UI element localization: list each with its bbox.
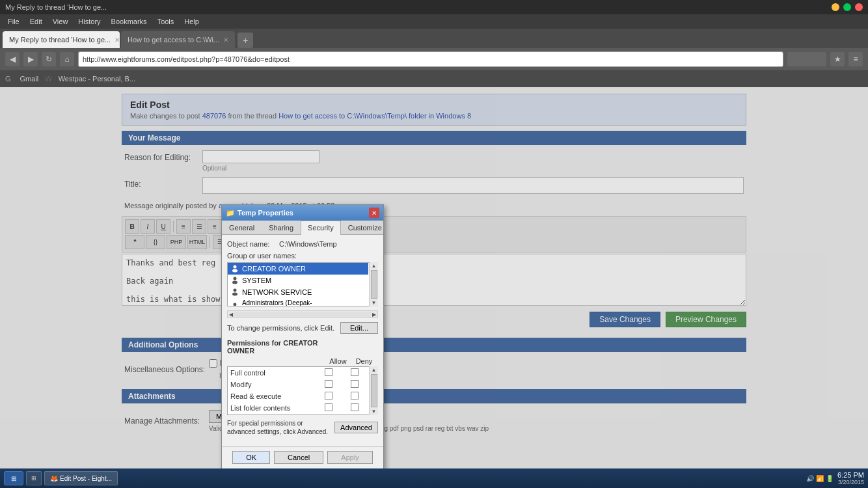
- url-text: http://www.eightforums.com/editpost.php?…: [83, 55, 290, 63]
- dialog-tab-sharing[interactable]: Sharing: [262, 221, 301, 234]
- perm-read-execute: Read & execute: [228, 390, 368, 402]
- scroll-down-btn[interactable]: ▼: [371, 299, 377, 306]
- westpac-bookmark[interactable]: Westpac - Personal, B...: [55, 74, 139, 84]
- permissions-header: Permissions for CREATOR OWNER: [227, 339, 378, 355]
- perm-rexec-deny-cb[interactable]: [351, 392, 359, 400]
- menu-tools[interactable]: Tools: [152, 16, 180, 27]
- perms-scroll-down[interactable]: ▼: [371, 408, 377, 415]
- object-name-row: Object name: C:\Windows\Temp: [227, 240, 378, 248]
- object-name-value: C:\Windows\Temp: [279, 240, 337, 248]
- user-system-label: SYSTEM: [242, 277, 271, 284]
- ok-button[interactable]: OK: [232, 451, 270, 464]
- bookmark-star[interactable]: ★: [830, 52, 845, 66]
- tab-2-close[interactable]: ✕: [223, 36, 228, 44]
- page-content: Edit Post Make changes to post 487076 fr…: [0, 87, 868, 468]
- menu-bookmarks[interactable]: Bookmarks: [106, 16, 152, 27]
- new-tab-button[interactable]: +: [237, 33, 253, 48]
- users-scrollbar[interactable]: ▲ ▼: [369, 262, 378, 306]
- dialog-tab-security[interactable]: Security: [301, 221, 341, 235]
- show-desktop-button[interactable]: ⊞: [26, 471, 42, 485]
- menu-bar: File Edit View History Bookmarks Tools H…: [0, 14, 868, 29]
- svg-point-5: [232, 293, 237, 296]
- users-hscrollbar[interactable]: ◀ ▶: [227, 310, 378, 318]
- hscroll-right-btn[interactable]: ▶: [371, 311, 377, 318]
- hscroll-track: [234, 312, 371, 317]
- westpac-icon: W: [45, 75, 51, 83]
- perms-scroll-thumb[interactable]: [371, 374, 377, 407]
- search-button[interactable]: [787, 52, 826, 66]
- perm-listfolder-deny-cb[interactable]: [351, 403, 359, 411]
- url-bar[interactable]: http://www.eightforums.com/editpost.php?…: [78, 51, 783, 67]
- user-icon-system: [230, 276, 239, 285]
- menu-file[interactable]: File: [3, 16, 25, 27]
- user-icon-admin: [230, 302, 239, 306]
- perm-rexec-allow-cb[interactable]: [325, 392, 332, 400]
- perm-full-deny-cb[interactable]: [351, 368, 359, 376]
- perm-modify-deny-cb[interactable]: [351, 380, 359, 388]
- close-button[interactable]: [855, 3, 863, 11]
- minimize-button[interactable]: [832, 3, 839, 11]
- menu-view[interactable]: View: [47, 16, 74, 27]
- dialog-tab-general[interactable]: General: [222, 221, 262, 234]
- taskbar-firefox-label: Edit Post - Eight...: [60, 475, 112, 482]
- perms-scroll-up[interactable]: ▲: [371, 366, 377, 373]
- object-name-label: Object name:: [227, 240, 279, 248]
- menu-history[interactable]: History: [73, 16, 105, 27]
- group-label: Group or user names:: [227, 252, 378, 260]
- svg-point-4: [234, 289, 237, 292]
- perm-modify: Modify: [228, 379, 368, 390]
- gmail-bookmark[interactable]: Gmail: [16, 74, 43, 84]
- dialog-tab-customize[interactable]: Customize: [341, 221, 389, 234]
- tab-2[interactable]: How to get access to C:\Wi... ✕: [121, 31, 235, 48]
- perm-table-header: Allow Deny: [227, 357, 378, 365]
- edit-change-text: To change permissions, click Edit.: [227, 324, 334, 332]
- menu-button[interactable]: ≡: [848, 52, 863, 66]
- tab-active-close[interactable]: ✕: [115, 36, 120, 44]
- perm-full-allow-cb[interactable]: [325, 368, 332, 376]
- taskbar-item-firefox[interactable]: 🦊 Edit Post - Eight...: [44, 471, 118, 485]
- apply-button[interactable]: Apply: [327, 451, 373, 464]
- browser-chrome: My Reply to thread 'How to ge... File Ed…: [0, 0, 868, 87]
- dialog-title-area: 📁 Temp Properties: [226, 209, 293, 217]
- cancel-button[interactable]: Cancel: [274, 451, 323, 464]
- perm-list-folder: List folder contents: [228, 402, 368, 414]
- bookmarks-bar: G Gmail W Westpac - Personal, B...: [0, 70, 868, 87]
- edit-button[interactable]: Edit...: [340, 322, 378, 334]
- back-button[interactable]: ◀: [5, 52, 20, 66]
- hscroll-left-btn[interactable]: ◀: [228, 311, 234, 318]
- perms-scrollbar[interactable]: ▲ ▼: [369, 366, 378, 415]
- svg-point-0: [234, 265, 237, 269]
- special-perms-text: For special permissions or advanced sett…: [227, 419, 331, 436]
- maximize-button[interactable]: [843, 3, 851, 11]
- tab-active[interactable]: My Reply to thread 'How to ge... ✕: [3, 31, 120, 48]
- user-item-system[interactable]: SYSTEM: [228, 275, 368, 286]
- svg-point-3: [232, 281, 237, 284]
- users-list-wrapper: CREATOR OWNER SYSTEM: [227, 262, 378, 306]
- users-list[interactable]: CREATOR OWNER SYSTEM: [227, 262, 378, 306]
- dialog-close-button[interactable]: ✕: [369, 208, 379, 218]
- perm-modify-allow-cb[interactable]: [325, 380, 332, 388]
- menu-help[interactable]: Help: [179, 16, 204, 27]
- scroll-thumb[interactable]: [371, 270, 377, 299]
- google-bookmark[interactable]: G: [5, 75, 11, 83]
- clock-area[interactable]: 6:25 PM 3/20/2015: [837, 471, 864, 485]
- taskbar-left: ⊞ ⊞ 🦊 Edit Post - Eight...: [4, 471, 118, 485]
- advanced-button[interactable]: Advanced: [334, 422, 378, 433]
- scroll-up-btn[interactable]: ▲: [371, 262, 377, 269]
- perm-listfolder-allow-cb[interactable]: [325, 403, 332, 411]
- time-display: 6:25 PM: [837, 471, 864, 479]
- forward-button[interactable]: ▶: [23, 52, 38, 66]
- tab-bar: My Reply to thread 'How to ge... ✕ How t…: [0, 29, 868, 48]
- user-item-network-service[interactable]: NETWORK SERVICE: [228, 286, 368, 298]
- svg-point-1: [232, 269, 237, 273]
- start-button[interactable]: ⊞: [4, 471, 23, 485]
- home-button[interactable]: ⌂: [60, 52, 74, 66]
- user-item-administrators[interactable]: Administrators (Deepak-PC\Administrators…: [228, 298, 368, 306]
- user-item-creator-owner[interactable]: CREATOR OWNER: [228, 263, 368, 275]
- dialog-overlay: 📁 Temp Properties ✕ General Sharing Secu…: [0, 87, 868, 468]
- refresh-button[interactable]: ↻: [42, 52, 56, 66]
- user-icon-network: [230, 288, 239, 297]
- menu-edit[interactable]: Edit: [25, 16, 47, 27]
- perm-allow-header: Allow: [323, 357, 353, 365]
- title-bar: My Reply to thread 'How to ge...: [0, 0, 868, 14]
